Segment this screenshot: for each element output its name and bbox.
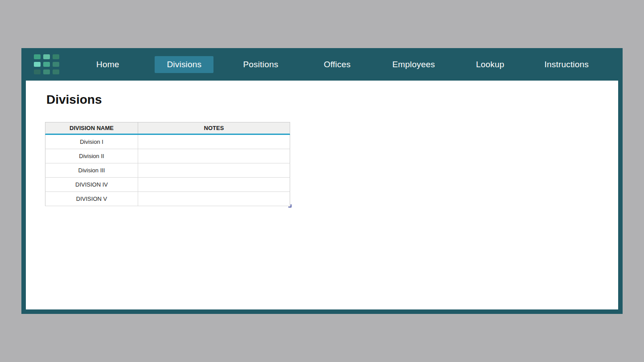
cell-division-name[interactable]: DIVISION V <box>45 192 138 206</box>
nav-tab-label: Offices <box>312 56 362 73</box>
cell-notes[interactable] <box>138 135 290 149</box>
nav-tab-label: Lookup <box>464 56 517 73</box>
cell-notes[interactable] <box>138 192 290 206</box>
cell-notes[interactable] <box>138 178 290 191</box>
nav-tab-label: Divisions <box>155 56 213 73</box>
main-nav: Home Divisions Positions Offices Employe… <box>70 48 605 81</box>
nav-tab-label: Home <box>84 56 131 73</box>
nav-tab-home[interactable]: Home <box>70 48 146 81</box>
logo-cell <box>43 62 50 67</box>
cell-division-name[interactable]: DIVISION IV <box>45 178 138 191</box>
cell-notes[interactable] <box>138 149 290 163</box>
table-row: Division II <box>45 149 290 163</box>
sheet-content: Divisions DIVISION NAME NOTES Division I… <box>26 81 618 309</box>
cell-division-name[interactable]: Division I <box>45 135 138 149</box>
app-window: Home Divisions Positions Offices Employe… <box>21 48 623 314</box>
nav-tab-employees[interactable]: Employees <box>375 48 452 81</box>
divisions-table: DIVISION NAME NOTES Division I Division … <box>45 122 290 206</box>
nav-tab-lookup[interactable]: Lookup <box>452 48 529 81</box>
cell-division-name[interactable]: Division II <box>45 149 138 163</box>
logo-cell <box>43 69 50 74</box>
logo-cell <box>34 54 41 59</box>
table-row: DIVISION V <box>45 192 290 206</box>
nav-tab-label: Positions <box>231 56 290 73</box>
nav-tab-divisions[interactable]: Divisions <box>146 48 223 81</box>
column-header-notes[interactable]: NOTES <box>138 122 290 134</box>
table-row: Division III <box>45 163 290 178</box>
logo-cell <box>34 62 41 67</box>
cell-notes[interactable] <box>138 163 290 177</box>
table-header-row: DIVISION NAME NOTES <box>45 122 290 135</box>
table-row: DIVISION IV <box>45 178 290 192</box>
logo-cell <box>43 54 50 59</box>
nav-tab-positions[interactable]: Positions <box>222 48 299 81</box>
table-resize-handle[interactable] <box>288 204 291 207</box>
app-grid-logo-icon <box>34 54 59 74</box>
navbar: Home Divisions Positions Offices Employe… <box>21 48 623 81</box>
table-row: Division I <box>45 135 290 149</box>
nav-tab-offices[interactable]: Offices <box>299 48 376 81</box>
logo-cell <box>53 62 59 67</box>
cell-division-name[interactable]: Division III <box>45 163 138 177</box>
column-header-division-name[interactable]: DIVISION NAME <box>45 122 138 134</box>
logo-cell <box>34 69 41 74</box>
logo-cell <box>53 54 59 59</box>
nav-tab-label: Employees <box>380 56 447 73</box>
logo-cell <box>53 69 59 74</box>
page-title: Divisions <box>46 93 102 107</box>
desktop-background: Home Divisions Positions Offices Employe… <box>0 0 644 362</box>
nav-tab-label: Instructions <box>532 56 601 73</box>
nav-tab-instructions[interactable]: Instructions <box>528 48 605 81</box>
